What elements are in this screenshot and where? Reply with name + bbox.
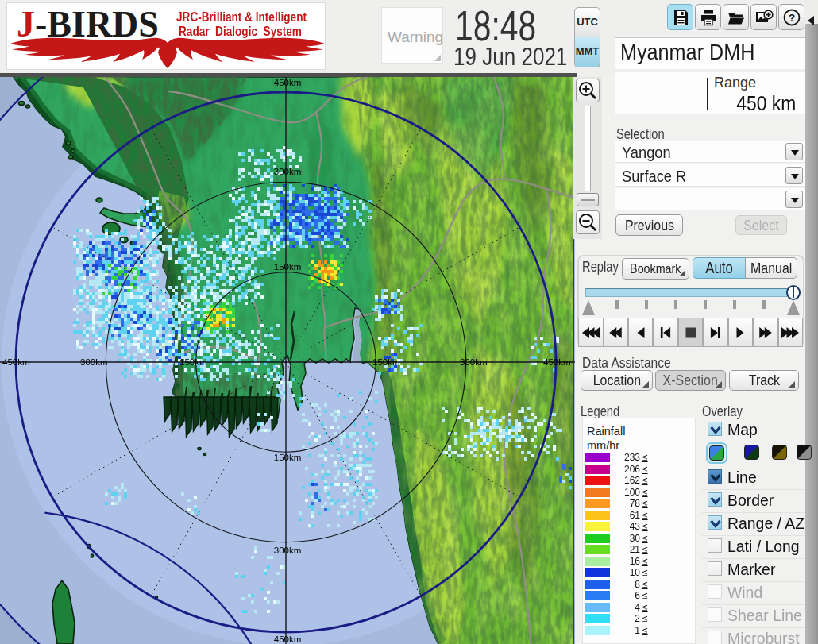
svg-text:300km: 300km — [274, 167, 302, 176]
svg-text:450km: 450km — [274, 78, 302, 87]
svg-text:450km: 450km — [274, 634, 302, 644]
svg-text:150km: 150km — [372, 357, 400, 367]
svg-text:300km: 300km — [460, 357, 488, 367]
svg-text:150km: 150km — [274, 262, 302, 272]
svg-text:450km: 450km — [543, 357, 571, 367]
svg-text:?: ? — [788, 12, 794, 24]
svg-text:450km: 450km — [2, 357, 30, 367]
svg-text:150km: 150km — [179, 357, 207, 367]
svg-text:300km: 300km — [80, 357, 108, 367]
